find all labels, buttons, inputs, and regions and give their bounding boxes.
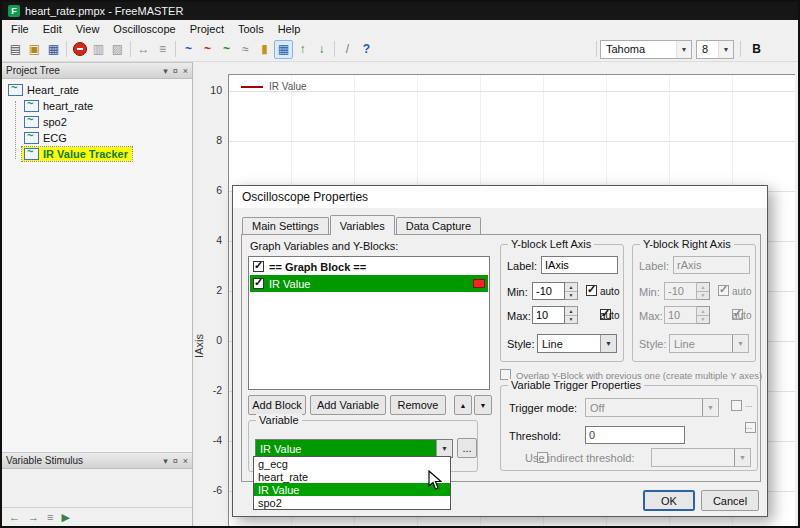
connect-icon[interactable]: ≡ <box>153 40 172 59</box>
auto-label: auto <box>600 286 619 297</box>
spin-up-icon[interactable] <box>565 307 577 316</box>
browse-variable-button[interactable]: ... <box>457 438 477 458</box>
save-icon[interactable]: ▦ <box>44 40 63 59</box>
style-value: Line <box>670 335 732 352</box>
font-size-combo[interactable]: 8 <box>696 40 734 59</box>
tab-data-capture[interactable]: Data Capture <box>396 217 481 234</box>
tab-variables[interactable]: Variables <box>330 215 395 235</box>
chevron-down-icon[interactable]: ▾ <box>163 456 168 466</box>
list-item-graph-block[interactable]: == Graph Block == <box>250 258 488 275</box>
stim-run-icon[interactable]: ▶ <box>61 511 69 524</box>
menu-file[interactable]: File <box>4 22 36 36</box>
ok-button[interactable]: OK <box>643 490 695 511</box>
menu-view[interactable]: View <box>69 22 107 36</box>
pin-icon[interactable]: ¤ <box>173 456 178 466</box>
left-axis-min-input[interactable] <box>532 282 565 300</box>
oscilloscope-icon <box>24 116 39 128</box>
tree-item-spo2[interactable]: spo2 <box>2 114 192 130</box>
edit-icon[interactable]: / <box>338 40 357 59</box>
toolbar-separator <box>175 41 176 57</box>
chevron-down-icon[interactable] <box>718 41 733 58</box>
move-down-button[interactable]: ▼ <box>474 395 492 415</box>
bold-icon[interactable]: B <box>747 40 766 59</box>
oscilloscope-icon[interactable]: ~ <box>179 40 198 59</box>
chart-icon[interactable]: ~ <box>217 40 236 59</box>
lock-icon[interactable]: ▮ <box>255 40 274 59</box>
pin-icon[interactable]: ¤ <box>173 66 178 76</box>
stim-list-icon[interactable]: ≡ <box>47 511 53 523</box>
add-variable-button[interactable]: Add Variable <box>310 395 386 415</box>
menu-edit[interactable]: Edit <box>36 22 69 36</box>
checkbox-checked-icon[interactable] <box>253 261 264 272</box>
open-file-icon[interactable]: ▣ <box>25 40 44 59</box>
project-tree-header: Project Tree ▾ ¤ × <box>2 62 192 79</box>
font-size-value: 8 <box>702 43 708 55</box>
tree-item-root[interactable]: Heart_rate <box>2 82 192 98</box>
tree-item-heart-rate[interactable]: heart_rate <box>2 98 192 114</box>
max-spinner[interactable] <box>565 306 578 324</box>
new-file-icon[interactable]: ▤ <box>6 40 25 59</box>
grid-icon[interactable]: ▦ <box>274 40 293 59</box>
chevron-down-icon <box>732 335 748 352</box>
min-spinner[interactable] <box>565 282 578 300</box>
copy-icon[interactable]: ▥ <box>89 40 108 59</box>
label-caption: Label: <box>507 260 537 272</box>
variable-trigger-group: Variable Trigger Properties Trigger mode… <box>500 385 758 471</box>
dropdown-option-g-ecg[interactable]: g_ecg <box>254 457 450 470</box>
spin-down-icon[interactable] <box>565 316 577 324</box>
menu-tools[interactable]: Tools <box>231 22 271 36</box>
max-caption: Max: <box>639 310 663 322</box>
arrow-down-icon[interactable]: ↓ <box>312 40 331 59</box>
chevron-down-icon[interactable] <box>436 440 452 457</box>
stim-next-icon[interactable]: → <box>28 511 39 523</box>
chevron-down-icon[interactable] <box>600 335 616 352</box>
stim-prev-icon[interactable]: ← <box>9 511 20 523</box>
right-axis-max-input <box>664 306 697 324</box>
help-icon[interactable]: ? <box>357 40 376 59</box>
threshold-input[interactable] <box>585 426 685 444</box>
move-up-button[interactable]: ▲ <box>454 395 472 415</box>
dropdown-option-heart-rate[interactable]: heart_rate <box>254 470 450 483</box>
paste-icon[interactable]: ▨ <box>108 40 127 59</box>
min-auto-checkbox[interactable] <box>586 285 597 296</box>
stop-communication-icon[interactable] <box>70 40 89 59</box>
list-item-ir-value[interactable]: IR Value <box>250 275 488 292</box>
left-axis-label-input[interactable] <box>541 256 618 274</box>
chevron-down-icon[interactable]: ▾ <box>163 66 168 76</box>
tree-item-ecg[interactable]: ECG <box>2 130 192 146</box>
tree-item-label: ECG <box>43 132 67 144</box>
y-axis-tick: 8 <box>198 134 222 146</box>
spin-down-icon[interactable] <box>565 292 577 300</box>
series-color-swatch[interactable] <box>473 279 485 288</box>
close-icon[interactable]: × <box>183 456 188 466</box>
spin-up-icon[interactable] <box>565 283 577 292</box>
tree-item-ir-value-tracker[interactable]: IR Value Tracker <box>2 146 192 162</box>
reload-icon[interactable]: ↔ <box>134 40 153 59</box>
left-axis-max-input[interactable] <box>532 306 565 324</box>
pipes-icon[interactable]: ≈ <box>236 40 255 59</box>
app-icon: F <box>8 5 20 17</box>
trigger-option-label: ... <box>745 399 753 409</box>
dialog-titlebar[interactable]: Oscilloscope Properties <box>233 186 767 208</box>
close-icon[interactable]: × <box>183 66 188 76</box>
series-color-line <box>241 86 263 88</box>
max-spinner <box>697 306 710 324</box>
recorder-icon[interactable]: ~ <box>198 40 217 59</box>
remove-button[interactable]: Remove <box>390 395 446 415</box>
graph-variables-list[interactable]: == Graph Block == IR Value <box>248 256 490 390</box>
menu-project[interactable]: Project <box>183 22 231 36</box>
menu-oscilloscope[interactable]: Oscilloscope <box>106 22 182 36</box>
cancel-button[interactable]: Cancel <box>701 490 759 511</box>
menu-help[interactable]: Help <box>271 22 308 36</box>
add-block-button[interactable]: Add Block <box>248 395 306 415</box>
list-item-label: IR Value <box>269 278 310 290</box>
tab-main-settings[interactable]: Main Settings <box>242 217 329 234</box>
chevron-down-icon[interactable] <box>676 41 691 58</box>
font-family-combo[interactable]: Tahoma <box>600 40 692 59</box>
arrow-up-icon[interactable]: ↑ <box>293 40 312 59</box>
dropdown-option-spo2[interactable]: spo2 <box>254 496 450 509</box>
dropdown-option-ir-value[interactable]: IR Value <box>254 483 450 496</box>
left-axis-style-combo[interactable]: Line <box>537 334 617 353</box>
font-family-value: Tahoma <box>606 43 645 55</box>
checkbox-checked-icon[interactable] <box>253 278 264 289</box>
